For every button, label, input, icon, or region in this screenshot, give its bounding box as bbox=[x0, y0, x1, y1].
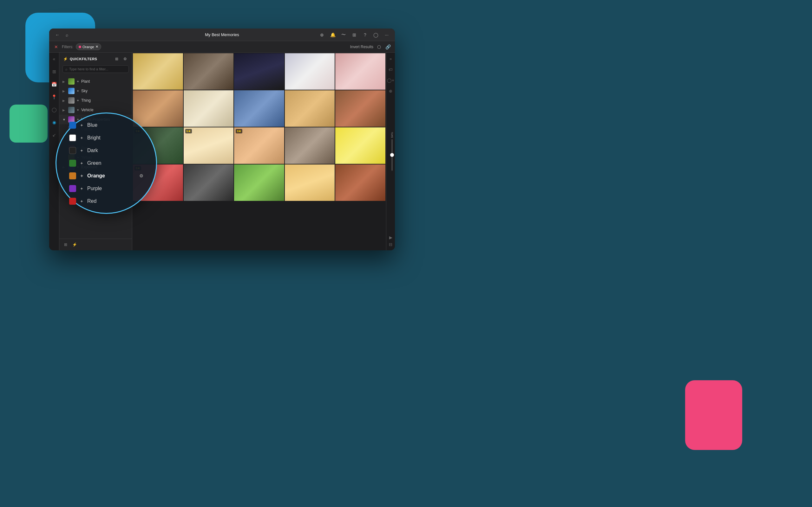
photo-cell-10[interactable] bbox=[335, 90, 386, 127]
more-icon[interactable]: ··· bbox=[384, 32, 390, 38]
plant-label: Plant bbox=[81, 79, 129, 83]
sparkle-icon: ✦ bbox=[77, 99, 79, 103]
red-label: Red bbox=[87, 199, 96, 204]
bottom-filter-icon[interactable]: ⚡ bbox=[71, 241, 78, 248]
photo-cell-9[interactable] bbox=[285, 90, 335, 127]
bright-color-thumb bbox=[69, 134, 76, 141]
photo-cell-15[interactable] bbox=[335, 127, 386, 164]
sparkle-icon: ✦ bbox=[77, 89, 79, 93]
title-bar: ← ⌕ My Best Memories ⊕ 🔔 〜 ⊞ ? ◯ ··· bbox=[49, 29, 395, 41]
orange-filter-chip[interactable]: Orange ✕ bbox=[76, 43, 101, 50]
zoom-slider-thumb[interactable] bbox=[390, 153, 394, 157]
window-title: My Best Memories bbox=[205, 32, 239, 37]
photo-cell-3[interactable] bbox=[234, 53, 284, 90]
dropdown-item-green[interactable]: ✦ Green bbox=[64, 157, 148, 170]
help-icon[interactable]: ? bbox=[362, 32, 368, 38]
slideshow-icon[interactable]: ▶ bbox=[387, 234, 394, 241]
layout-icon[interactable]: ⊞ bbox=[351, 32, 357, 38]
filter-panel-header: ⚡ QUICKFILTERS ⊞ ⚙ bbox=[59, 53, 132, 65]
photo-cell-17[interactable] bbox=[184, 164, 234, 201]
filter-settings-icon[interactable]: ⚙ bbox=[122, 56, 128, 62]
orange-sparkle-icon: ✦ bbox=[80, 174, 84, 178]
dropdown-item-purple[interactable]: ✦ Purple bbox=[64, 182, 148, 195]
right-add-icon[interactable]: ⊕ bbox=[387, 88, 394, 95]
user-icon[interactable]: ◯ bbox=[373, 32, 379, 38]
color-filter-overlay: ✦ Blue ✦ Bright ✦ Dark ✦ Green ✦ Orange … bbox=[55, 112, 157, 214]
thing-thumb bbox=[68, 97, 74, 104]
filter-bar-right: Invert Results ⬡ 🔗 bbox=[350, 44, 391, 50]
photo-cell-12[interactable]: 5★ bbox=[184, 127, 234, 164]
sidebar-location-icon[interactable]: 📍 bbox=[50, 93, 58, 101]
chevron-icon: ▶ bbox=[62, 108, 66, 112]
purple-color-thumb bbox=[69, 185, 76, 192]
sidebar-calendar-icon[interactable]: 📅 bbox=[50, 80, 58, 88]
sparkle-icon: ✦ bbox=[77, 108, 79, 112]
chevron-icon: ▶ bbox=[62, 99, 66, 102]
chevron-icon: ▶ bbox=[62, 89, 66, 93]
photo-cell-20[interactable] bbox=[335, 164, 386, 201]
photo-cell-2[interactable] bbox=[184, 53, 234, 90]
add-icon[interactable]: ⊕ bbox=[319, 32, 325, 38]
dropdown-item-blue[interactable]: ✦ Blue bbox=[64, 119, 148, 131]
tree-item-plant[interactable]: ▶ ✦ Plant bbox=[59, 77, 132, 86]
dropdown-item-red[interactable]: ✦ Red bbox=[64, 195, 148, 208]
photo-cell-14[interactable] bbox=[285, 127, 335, 164]
sidebar-grid-icon[interactable]: ⊞ bbox=[50, 68, 58, 75]
thing-label: Thing bbox=[81, 98, 129, 103]
grid-view-icon[interactable]: ⊞ bbox=[113, 56, 120, 62]
photo-cell-8[interactable] bbox=[234, 90, 284, 127]
dropdown-item-orange[interactable]: ✦ Orange ⚙ bbox=[64, 170, 148, 182]
circle-dropdown: ✦ Blue ✦ Bright ✦ Dark ✦ Green ✦ Orange … bbox=[55, 112, 157, 214]
bottom-icons: ▶ ⊟ bbox=[387, 234, 394, 248]
chip-remove-icon[interactable]: ✕ bbox=[96, 45, 98, 49]
plant-thumb bbox=[68, 78, 74, 84]
photo-cell-18[interactable] bbox=[234, 164, 284, 201]
photo-cell-19[interactable] bbox=[285, 164, 335, 201]
filter-search-box[interactable]: ⌕ Type here to find a filter... bbox=[62, 65, 129, 73]
orange-color-thumb bbox=[69, 172, 76, 179]
orange-settings-icon[interactable]: ⚙ bbox=[139, 173, 143, 178]
green-sparkle-icon: ✦ bbox=[80, 161, 84, 166]
right-sidebar: » 🏷 ◯+ ⊕ 84% ▶ ⊟ bbox=[386, 53, 395, 250]
tree-item-sky[interactable]: ▶ ✦ Sky bbox=[59, 86, 132, 96]
filters-label: Filters: bbox=[62, 45, 73, 49]
red-color-thumb bbox=[69, 198, 76, 205]
dark-label: Dark bbox=[87, 148, 98, 153]
dark-sparkle-icon: ✦ bbox=[80, 148, 84, 153]
photo-cell-5[interactable] bbox=[335, 53, 386, 90]
orange-label: Orange bbox=[87, 173, 105, 179]
dropdown-item-dark[interactable]: ✦ Dark bbox=[64, 144, 148, 157]
zoom-slider-track bbox=[392, 139, 393, 171]
sky-thumb bbox=[68, 88, 74, 94]
sky-label: Sky bbox=[81, 89, 129, 93]
photo-cell-7[interactable] bbox=[184, 90, 234, 127]
search-button[interactable]: ⌕ bbox=[64, 32, 70, 38]
right-collapse-icon[interactable]: » bbox=[387, 55, 394, 62]
photo-cell-4[interactable] bbox=[285, 53, 335, 90]
grid-options-icon[interactable]: ⊟ bbox=[387, 241, 394, 248]
photo-area: 5★5★5★5★ bbox=[132, 53, 386, 250]
sidebar-collapse-icon[interactable]: « bbox=[50, 55, 58, 63]
green-label: Green bbox=[87, 160, 101, 166]
share-icon[interactable]: ⬡ bbox=[376, 44, 382, 50]
dropdown-item-bright[interactable]: ✦ Bright bbox=[64, 131, 148, 144]
activity-icon[interactable]: 〜 bbox=[340, 32, 347, 38]
tree-item-thing[interactable]: ▶ ✦ Thing bbox=[59, 96, 132, 105]
chevron-icon: ▶ bbox=[62, 80, 66, 83]
clear-filter-button[interactable]: ✕ bbox=[53, 44, 59, 50]
right-tag-icon[interactable]: 🏷 bbox=[387, 66, 394, 73]
bottom-grid-icon[interactable]: ⊞ bbox=[62, 241, 69, 248]
purple-label: Purple bbox=[87, 186, 102, 191]
invert-results-label[interactable]: Invert Results bbox=[350, 45, 373, 49]
right-person-icon[interactable]: ◯+ bbox=[387, 77, 394, 83]
link-icon[interactable]: 🔗 bbox=[385, 44, 391, 50]
back-button[interactable]: ← bbox=[54, 32, 61, 38]
photo-cell-1[interactable] bbox=[133, 53, 183, 90]
bell-icon[interactable]: 🔔 bbox=[329, 32, 336, 38]
search-placeholder: Type here to find a filter... bbox=[69, 67, 108, 71]
title-bar-left: ← ⌕ bbox=[54, 32, 164, 38]
photo-cell-13[interactable]: 5★ bbox=[234, 127, 284, 164]
filter-bar: ✕ Filters: Orange ✕ Invert Results ⬡ 🔗 bbox=[49, 41, 395, 53]
star-badge: 5★ bbox=[236, 129, 242, 133]
filter-panel-bottom: ⊞ ⚡ bbox=[59, 239, 132, 250]
